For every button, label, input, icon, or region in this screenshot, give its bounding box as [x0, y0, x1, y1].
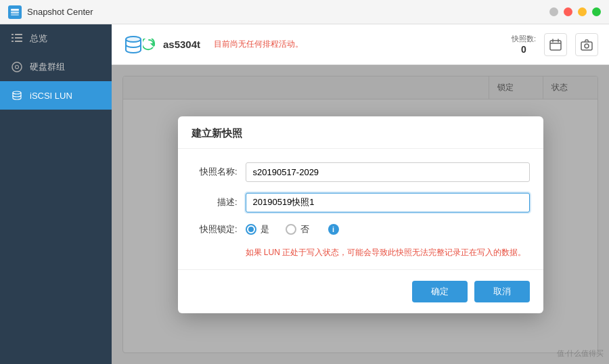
window-controls: [549, 7, 601, 16]
sidebar-item-iscsi-lun[interactable]: iSCSI LUN: [0, 81, 112, 110]
sidebar-item-overview-label: 总览: [30, 32, 47, 45]
disk-icon: [11, 61, 23, 73]
topbar-status: 目前尚无任何排程活动。: [214, 39, 303, 50]
desc-label: 描述:: [191, 196, 246, 208]
svg-rect-3: [12, 34, 14, 35]
sidebar-item-overview[interactable]: 总览: [0, 24, 112, 53]
sidebar-item-disk-group[interactable]: 硬盘群组: [0, 53, 112, 81]
app-body: 总览 硬盘群组 iSCSI LUN: [0, 24, 609, 364]
app-title: Snapshot Center: [27, 7, 93, 17]
sidebar-item-iscsi-lun-label: iSCSI LUN: [30, 91, 72, 101]
titlebar: Snapshot Center: [0, 0, 609, 24]
lock-no-radio[interactable]: [286, 224, 296, 235]
svg-rect-14: [581, 42, 592, 50]
svg-rect-13: [550, 41, 561, 50]
minimize-btn[interactable]: [578, 7, 587, 16]
svg-rect-7: [12, 41, 14, 42]
confirm-button[interactable]: 确定: [412, 281, 468, 302]
close-btn[interactable]: [564, 7, 572, 16]
svg-rect-8: [15, 41, 22, 42]
warning-text: 如果 LUN 正处于写入状态，可能会导致此快照无法完整记录正在写入的数据。: [246, 246, 530, 258]
sidebar-item-disk-group-label: 硬盘群组: [30, 61, 65, 73]
device-name: as5304t: [163, 39, 200, 50]
list-icon: [11, 32, 23, 45]
snapshot-label: 快照数:: [512, 34, 536, 44]
cancel-button[interactable]: 取消: [474, 281, 530, 302]
database-large-icon: [122, 34, 144, 55]
lock-yes-radio[interactable]: [246, 224, 256, 235]
dialog-body: 快照名称: 描述: 快照锁定:: [178, 149, 543, 258]
sidebar: 总览 硬盘群组 iSCSI LUN: [0, 24, 112, 364]
camera-button[interactable]: [575, 33, 598, 56]
calendar-button[interactable]: [544, 33, 567, 56]
name-label: 快照名称:: [191, 166, 246, 178]
dialog-overlay: 建立新快照 快照名称: 描述:: [112, 65, 609, 364]
svg-point-11: [13, 91, 21, 94]
maximize-btn[interactable]: [592, 7, 601, 16]
extra-btn[interactable]: [549, 7, 558, 16]
lock-radio-group: 是 否 i: [246, 223, 339, 235]
name-field-row: 快照名称:: [191, 162, 530, 182]
app-icon: [8, 5, 22, 19]
lock-yes-option[interactable]: 是: [246, 223, 269, 235]
svg-point-15: [585, 44, 589, 48]
topbar: as5304t 目前尚无任何排程活动。 快照数: 0: [112, 24, 609, 65]
lock-info-icon[interactable]: i: [328, 224, 339, 235]
db-icon-area: [122, 34, 155, 55]
svg-rect-0: [11, 9, 19, 11]
svg-point-12: [126, 37, 141, 42]
snapshot-count: 0: [521, 44, 526, 55]
lock-no-option[interactable]: 否: [286, 223, 309, 235]
snapshot-name-input[interactable]: [246, 162, 530, 182]
sync-icon: [143, 39, 155, 51]
svg-rect-6: [15, 37, 22, 39]
main-content: as5304t 目前尚无任何排程活动。 快照数: 0: [112, 24, 609, 364]
dialog-footer: 确定 取消: [178, 269, 543, 313]
database-icon: [11, 89, 23, 101]
lock-label: 快照锁定:: [191, 223, 246, 235]
snapshot-desc-input[interactable]: [246, 193, 530, 212]
calendar-icon: [549, 39, 562, 51]
desc-field-row: 描述:: [191, 193, 530, 212]
svg-point-9: [12, 62, 22, 72]
content-area: 锁定 状态 目前尚无快照资料， 立即建立快照。 建立新快照: [112, 65, 609, 364]
lock-yes-label: 是: [261, 223, 269, 235]
svg-rect-1: [11, 12, 19, 14]
lock-no-label: 否: [300, 223, 309, 235]
create-snapshot-dialog: 建立新快照 快照名称: 描述:: [178, 116, 543, 313]
svg-point-10: [16, 66, 19, 69]
dialog-title: 建立新快照: [178, 116, 543, 149]
camera-icon: [581, 39, 593, 51]
lock-field-row: 快照锁定: 是 否 i: [191, 223, 530, 235]
svg-rect-4: [15, 34, 22, 35]
svg-rect-5: [12, 37, 14, 39]
snapshot-count-area: 快照数: 0: [512, 34, 536, 55]
svg-rect-2: [11, 14, 19, 16]
